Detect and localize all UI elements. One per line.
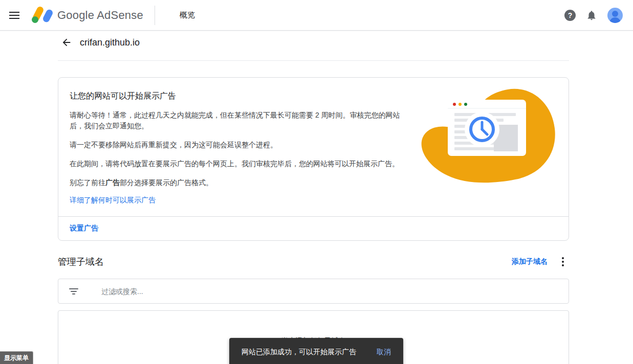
review-paragraph-1: 请耐心等待！通常，此过程几天之内就能完成，但在某些情况下最长可能需要 2 周时间… (70, 110, 411, 131)
review-paragraph-2: 请一定不要移除网站后再重新提交，因为这可能会延误整个进程。 (70, 140, 411, 150)
status-tooltip: 显示菜单 (0, 351, 33, 364)
subdomain-filter-bar (58, 279, 569, 304)
notifications-bell-icon[interactable] (586, 9, 597, 21)
browser-window-icon (448, 100, 526, 156)
page-title: 概览 (180, 10, 195, 20)
toast-message: 网站已添加成功，可以开始展示广告 (242, 348, 356, 357)
review-paragraph-3: 在此期间，请将代码放置在要展示广告的每个网页上。我们审核完毕后，您的网站将可以开… (70, 158, 411, 169)
topbar: Google AdSense 概览 ? (0, 0, 633, 31)
main-content: crifan.github.io 让您的网站可以开始展示广告 请耐心等待！通常，… (58, 31, 569, 364)
account-avatar[interactable] (607, 8, 623, 23)
hamburger-menu-icon[interactable] (8, 9, 20, 21)
more-options-kebab-icon[interactable] (557, 256, 569, 268)
back-arrow-icon[interactable] (60, 36, 73, 49)
review-pending-illustration (421, 86, 556, 184)
product-name: Google AdSense (57, 9, 143, 22)
add-subdomain-link[interactable]: 添加子域名 (512, 257, 548, 266)
review-paragraph-4: 别忘了前往广告部分选择要展示的广告格式。 (70, 177, 411, 188)
site-header: crifan.github.io (58, 32, 569, 53)
header-divider (58, 60, 569, 61)
toast-cancel-button[interactable]: 取消 (377, 348, 391, 357)
site-name: crifan.github.io (80, 37, 140, 48)
learn-more-link[interactable]: 详细了解何时可以展示广告 (70, 196, 156, 205)
filter-list-icon (69, 287, 79, 295)
clock-icon (465, 112, 499, 147)
setup-ads-button[interactable]: 设置广告 (70, 224, 98, 233)
subdomains-section-title: 管理子域名 (58, 256, 104, 268)
subdomains-section-header: 管理子域名 添加子域名 (58, 254, 569, 270)
review-status-card: 让您的网站可以开始展示广告 请耐心等待！通常，此过程几天之内就能完成，但在某些情… (58, 77, 569, 241)
filter-search-input[interactable] (101, 287, 569, 295)
help-icon[interactable]: ? (564, 10, 576, 21)
adsense-logo-icon (31, 5, 54, 26)
snackbar-toast: 网站已添加成功，可以开始展示广告 取消 (229, 338, 403, 364)
topbar-divider (155, 6, 155, 25)
